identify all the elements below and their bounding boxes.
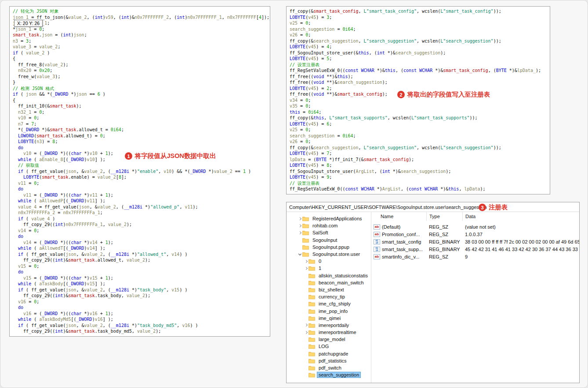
code-line: LOBYTE(v45) = 7; (290, 151, 550, 157)
chevron-collapsed-icon[interactable] (304, 259, 309, 263)
folder-icon (309, 330, 316, 335)
folder-icon (302, 216, 309, 221)
value-type: REG_SZ (426, 232, 462, 237)
coords-tooltip: X: 20 Y: 26 (14, 20, 43, 27)
tree-item-label: pdf_switch (317, 365, 343, 370)
chevron-placeholder (304, 280, 309, 285)
chevron-collapsed-icon[interactable] (304, 323, 309, 327)
chevron-collapsed-icon[interactable] (304, 330, 309, 334)
registry-address-input[interactable]: Computer\HKEY_CURRENT_USER\SOFTWARE\Sogo… (289, 205, 487, 210)
code-line: LOBYTE(v45) = 4; (290, 44, 550, 50)
chevron-collapsed-icon[interactable] (298, 230, 302, 235)
code-line: while ( aAllowedT[(_DWORD)v14] ); (13, 245, 270, 251)
column-header-name[interactable]: Name (372, 212, 426, 221)
tree-item-imereportrealtime[interactable]: imereportrealtime (287, 329, 371, 336)
registry-value-row[interactable]: ab(Default)REG_SZ(value not set) (372, 223, 579, 230)
code-line: while ( aTaskBodyMd5[(_DWORD)v16] ); (13, 316, 270, 323)
tree-item-label: RegisteredApplications (311, 216, 363, 221)
tree-item-LOG[interactable]: LOG (287, 343, 371, 350)
code-line: v15 = 0; (13, 263, 270, 269)
value-name: smartinfo_dic_v... (382, 254, 419, 259)
tree-item-label: biz_shellext (317, 287, 345, 292)
tree-item-label: imereportrealtime (317, 330, 358, 335)
tree-item-SogouInput[interactable]: SogouInput (287, 237, 371, 244)
code-line: v35 = 0; (290, 103, 550, 109)
registry-value-row[interactable]: 0110smart_task_supp...REG_BINARY45 42 42… (372, 245, 579, 253)
tree-item-currency_tip[interactable]: currency_tip (287, 293, 371, 300)
tree-item-rohitab.com[interactable]: rohitab.com (287, 222, 371, 229)
registry-value-row[interactable]: absmartinfo_dic_v...REG_SZ9 (372, 253, 579, 260)
registry-values-body: ab(Default)REG_SZ(value not set)abPromot… (372, 221, 579, 260)
code-line: v11 = (_DWORD *)((char *)v11 + 1); (13, 192, 270, 198)
tree-item-SalSoft[interactable]: SalSoft (287, 229, 371, 236)
tree-item-biz_shellext[interactable]: biz_shellext (287, 286, 371, 293)
chevron-placeholder (298, 245, 302, 249)
code-line: v25 = 0; (290, 20, 550, 26)
chevron-placeholder (304, 366, 309, 370)
regedit-window: Computer\HKEY_CURRENT_USER\SOFTWARE\Sogo… (286, 202, 580, 383)
value-type: REG_SZ (426, 254, 462, 259)
chevron-placeholder (298, 238, 302, 242)
code-line: *(_DWORD *)&smart_task.allowed_t = 0i64; (13, 127, 270, 133)
tree-item-allskin_statusiconstatis[interactable]: allskin_statusiconstatis (287, 272, 371, 279)
chevron-collapsed-icon[interactable] (304, 266, 309, 270)
value-type: REG_BINARY (426, 239, 462, 244)
chevron-placeholder (304, 337, 309, 341)
folder-icon (309, 294, 316, 299)
column-header-data[interactable]: Data (462, 212, 579, 221)
annotation-3-text: 注册表 (489, 203, 508, 212)
code-line: search_suggestion = 0i64; (290, 133, 550, 139)
tree-item-SogouInput.ppup[interactable]: SogouInput.ppup (287, 244, 371, 251)
regedit-body: RegisteredApplicationsrohitab.comSalSoft… (287, 212, 579, 383)
code-line: json_1 = ff_to_json(&value_2, (int)v59, … (13, 14, 270, 21)
tree-item-patchupgrade[interactable]: patchupgrade (287, 350, 371, 357)
annotation-2-text: 将取出的字段值写入至注册表 (407, 90, 490, 99)
chevron-placeholder (304, 295, 309, 299)
tree-item-label: 1 (317, 266, 323, 271)
tree-item-large_model[interactable]: large_model (287, 336, 371, 343)
chevron-collapsed-icon[interactable] (298, 223, 302, 228)
tree-item-imereportdaily[interactable]: imereportdaily (287, 322, 371, 329)
column-header-type[interactable]: Type (426, 212, 462, 221)
tree-item-ime_qimei[interactable]: ime_qimei (287, 315, 371, 322)
code-line: if ( ff_get_value(json, &value_2, (__m12… (13, 251, 270, 258)
registry-tree: RegisteredApplicationsrohitab.comSalSoft… (287, 212, 371, 383)
chevron-placeholder (304, 316, 309, 320)
tree-item-ime_cfg_shiply[interactable]: ime_cfg_shiply (287, 300, 371, 307)
value-name: smart_task_config (382, 239, 421, 244)
code-line: do (13, 269, 270, 275)
code-line: LOBYTE(v45) = 3; (290, 14, 550, 21)
code-line: while ( aAllowedP[(_DWORD)v11] ); (13, 198, 270, 204)
tree-item-beacon_main_switch[interactable]: beacon_main_switch (287, 279, 371, 286)
reg-binary-icon: 0110 (374, 239, 380, 244)
tree-item-SogouInput.store.user[interactable]: SogouInput.store.user (287, 251, 371, 258)
tree-item-pdf_statistics[interactable]: pdf_statistics (287, 357, 371, 364)
registry-value-row[interactable]: 0110smart_task_configREG_BINARY38 03 00 … (372, 238, 579, 245)
code-line: // 设置注册表 (290, 180, 550, 187)
code-line: do (13, 186, 270, 192)
code-line: v11 = 0; (13, 180, 270, 187)
chevron-placeholder (304, 287, 309, 292)
tree-item-label: currency_tip (317, 294, 346, 299)
left-code: // 转化为 JSON 对象json_1 = ff_to_json(&value… (10, 7, 270, 336)
tree-item-RegisteredApplications[interactable]: RegisteredApplications (287, 215, 371, 222)
code-line: if ( ff_get_value(json, &value_2, (__m12… (13, 323, 270, 329)
chevron-collapsed-icon[interactable] (298, 216, 302, 221)
tree-item-0[interactable]: 0 (287, 258, 371, 265)
value-data: (value not set) (462, 224, 579, 230)
folder-icon (309, 323, 316, 328)
tree-item-ime_pop_info[interactable]: ime_pop_info (287, 307, 371, 314)
tree-item-1[interactable]: 1 (287, 265, 371, 272)
folder-icon (309, 372, 316, 377)
tree-item-search_suggestion[interactable]: search_suggestion (287, 371, 371, 378)
tree-item-label: rohitab.com (311, 223, 339, 228)
tree-item-pdf_switch[interactable]: pdf_switch (287, 364, 371, 371)
registry-value-row[interactable]: abPromotion_conf...REG_SZ1.0.0.37 (372, 230, 579, 238)
annotation-registry: 3 注册表 (479, 203, 508, 212)
chevron-expanded-icon[interactable] (298, 252, 302, 256)
code-line: LOWORD(smart_task.allowed_t) = 0; (13, 133, 270, 139)
code-line: // 转化为 JSON 对象 (13, 8, 270, 14)
chevron-placeholder (304, 309, 309, 313)
value-data: 45 42 42 31 41 46 41 33 42 42 30 36 37 4… (462, 247, 579, 252)
code-line: LOBYTE(smart_task.enable) = value_2[8]; (13, 174, 270, 180)
